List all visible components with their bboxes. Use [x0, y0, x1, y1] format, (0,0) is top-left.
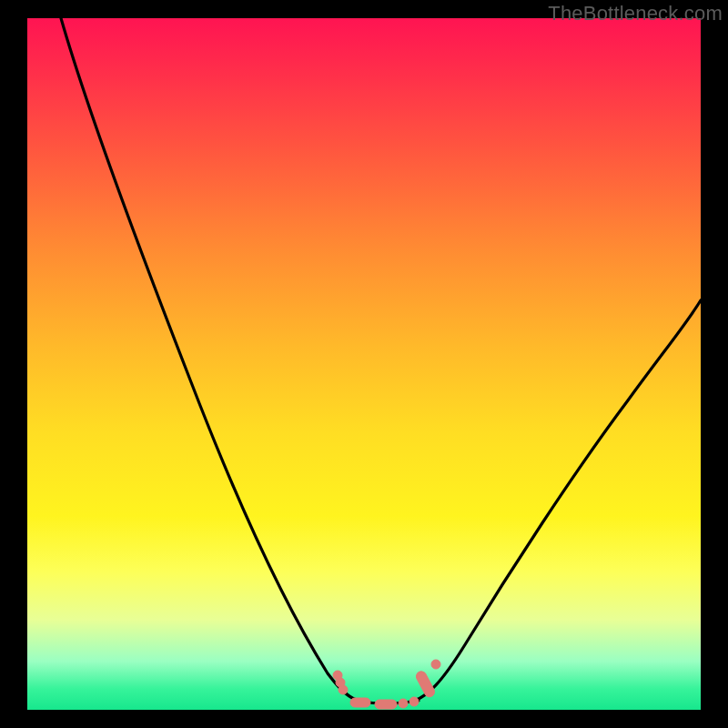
- watermark-text: TheBottleneck.com: [548, 2, 723, 25]
- trough-markers: [333, 660, 440, 709]
- plot-area: [27, 18, 701, 710]
- bottleneck-curve: [27, 18, 701, 710]
- left-curve-path: [61, 18, 359, 701]
- svg-rect-3: [350, 698, 370, 707]
- chart-frame: TheBottleneck.com: [0, 0, 728, 728]
- right-curve-path: [414, 300, 701, 701]
- svg-point-2: [339, 685, 348, 694]
- svg-point-8: [431, 660, 440, 669]
- svg-rect-4: [375, 700, 397, 709]
- svg-point-5: [399, 699, 408, 708]
- svg-rect-7: [415, 670, 437, 699]
- svg-point-6: [410, 697, 419, 706]
